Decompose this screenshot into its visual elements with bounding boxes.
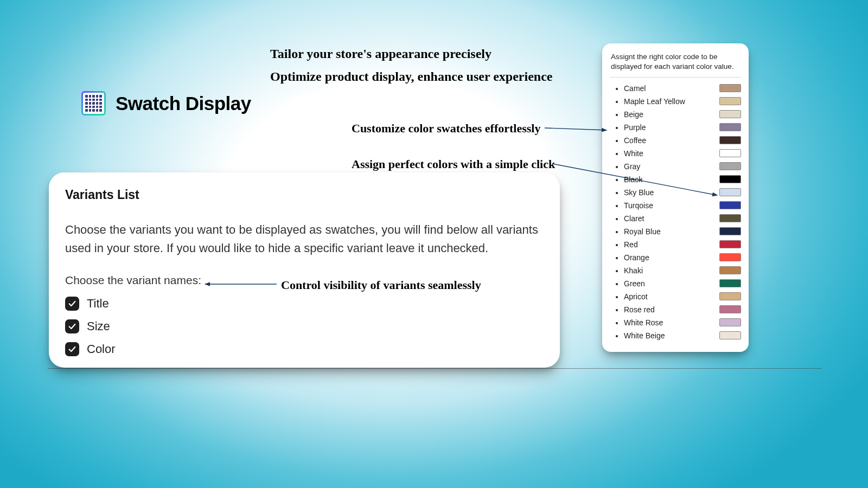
color-row[interactable]: Red (624, 238, 740, 251)
color-swatch[interactable] (719, 318, 741, 326)
color-row[interactable]: Gray (624, 160, 740, 173)
color-name: Khaki (624, 266, 643, 275)
callout-customize: Customize color swatches effortlessly (352, 121, 540, 136)
color-row[interactable]: White (624, 147, 740, 160)
callout-assign: Assign perfect colors with a simple clic… (352, 157, 555, 171)
color-name: Red (624, 240, 638, 249)
color-row[interactable]: Black (624, 173, 740, 186)
color-swatch[interactable] (719, 227, 741, 235)
color-swatch[interactable] (719, 84, 741, 92)
color-name: Turqoise (624, 201, 653, 210)
variant-option[interactable]: Title (65, 297, 544, 311)
checkbox[interactable] (65, 297, 79, 311)
variants-card: Variants List Choose the variants you wa… (49, 172, 560, 368)
color-swatch[interactable] (719, 240, 741, 248)
color-row[interactable]: Orange (624, 251, 740, 264)
color-swatch[interactable] (719, 188, 741, 196)
color-swatch[interactable] (719, 149, 741, 157)
color-row[interactable]: White Rose (624, 316, 740, 329)
color-swatch[interactable] (719, 175, 741, 183)
color-swatch[interactable] (719, 214, 741, 222)
color-name: Sky Blue (624, 188, 654, 197)
color-row[interactable]: Apricot (624, 290, 740, 303)
checkbox[interactable] (65, 342, 79, 356)
color-name: Camel (624, 84, 646, 93)
color-name: Rose red (624, 305, 655, 314)
color-name: Coffee (624, 136, 646, 145)
color-row[interactable]: Coffee (624, 134, 740, 147)
variant-option[interactable]: Size (65, 319, 544, 333)
variant-option-label: Color (87, 342, 116, 356)
headline-2: Optimize product display, enhance user e… (270, 69, 552, 84)
color-name: Claret (624, 214, 644, 223)
color-row[interactable]: Green (624, 277, 740, 290)
color-row[interactable]: Camel (624, 82, 740, 95)
variants-title: Variants List (65, 188, 544, 202)
color-name: White (624, 149, 643, 158)
color-name: Apricot (624, 292, 648, 301)
variants-description: Choose the variants you want to be displ… (65, 221, 544, 258)
colors-card: Assignt the right color code to be displ… (602, 43, 749, 352)
color-name: Green (624, 279, 645, 288)
color-row[interactable]: Khaki (624, 264, 740, 277)
color-swatch[interactable] (719, 201, 741, 209)
color-swatch[interactable] (719, 331, 741, 339)
color-row[interactable]: Beige (624, 108, 740, 121)
color-row[interactable]: Sky Blue (624, 186, 740, 199)
color-row[interactable]: Rose red (624, 303, 740, 316)
color-swatch[interactable] (719, 110, 741, 118)
color-row[interactable]: White Beige (624, 329, 740, 342)
color-swatch[interactable] (719, 305, 741, 313)
color-name: Black (624, 175, 642, 184)
brand-logo-icon (81, 91, 106, 115)
divider-line (48, 368, 822, 369)
brand-title: Swatch Display (116, 93, 251, 114)
color-name: Maple Leaf Yellow (624, 97, 685, 106)
color-swatch[interactable] (719, 136, 741, 144)
color-row[interactable]: Turqoise (624, 199, 740, 212)
color-row[interactable]: Royal Blue (624, 225, 740, 238)
color-name: White Rose (624, 318, 663, 327)
color-swatch[interactable] (719, 162, 741, 170)
color-swatch[interactable] (719, 292, 741, 300)
color-swatch[interactable] (719, 279, 741, 287)
color-row[interactable]: Claret (624, 212, 740, 225)
variant-option[interactable]: Color (65, 342, 544, 356)
variant-option-label: Size (87, 319, 110, 333)
headline-1: Tailor your store's appearance precisely (270, 47, 492, 61)
color-swatch[interactable] (719, 266, 741, 274)
checkbox[interactable] (65, 319, 79, 333)
color-row[interactable]: Maple Leaf Yellow (624, 95, 740, 108)
callout-visibility: Control visibility of variants seamlessl… (281, 278, 481, 292)
color-name: Gray (624, 162, 640, 171)
colors-header: Assignt the right color code to be displ… (611, 52, 740, 72)
brand-block: Swatch Display (81, 91, 251, 115)
color-name: White Beige (624, 331, 665, 340)
color-row[interactable]: Purple (624, 121, 740, 134)
color-name: Orange (624, 253, 649, 262)
color-name: Beige (624, 110, 643, 119)
variant-option-label: Title (87, 297, 109, 311)
color-name: Purple (624, 123, 646, 132)
color-swatch[interactable] (719, 123, 741, 131)
colors-list: CamelMaple Leaf YellowBeigePurpleCoffeeW… (611, 82, 740, 342)
svg-line-0 (545, 128, 607, 130)
color-swatch[interactable] (719, 97, 741, 105)
colors-divider (610, 77, 741, 78)
color-name: Royal Blue (624, 227, 661, 236)
color-swatch[interactable] (719, 253, 741, 261)
